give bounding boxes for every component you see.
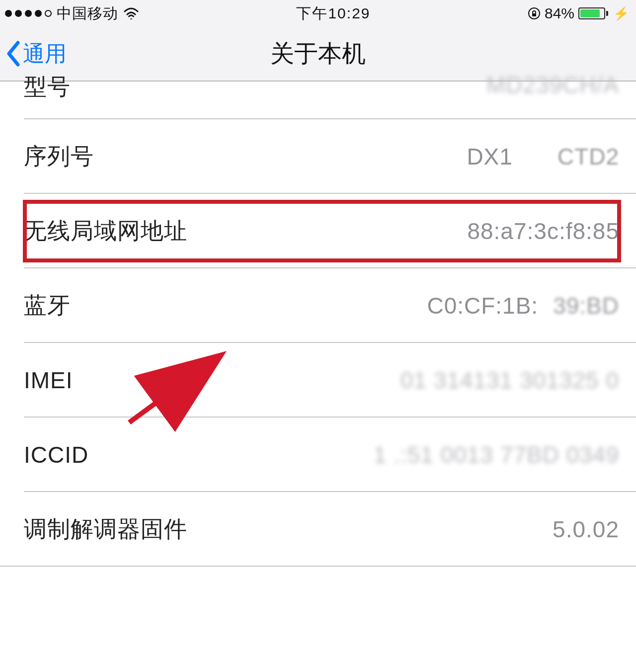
wifi-icon: [123, 7, 139, 19]
back-label: 通用: [23, 39, 67, 69]
row-modem-firmware[interactable]: 调制解调器固件 5.0.02: [0, 492, 636, 567]
battery-percentage: 84%: [545, 5, 574, 22]
status-right: 84% ⚡: [528, 5, 629, 22]
charging-icon: ⚡: [613, 6, 629, 21]
row-label: 调制解调器固件: [24, 514, 187, 545]
row-label: ICCID: [24, 441, 88, 468]
about-list: 型号 MD239CH/A 序列号 DX1CTD2 无线局域网地址 88:a7:3…: [0, 82, 636, 672]
row-iccid[interactable]: ICCID 1 .:51 0013 77BD 0349: [0, 418, 636, 492]
row-model[interactable]: 型号 MD239CH/A: [0, 82, 636, 119]
row-label: 蓝牙: [24, 290, 71, 321]
battery-fill: [580, 9, 600, 17]
row-value: DX1CTD2: [467, 143, 619, 170]
row-label: IMEI: [24, 367, 73, 394]
row-wlan-address[interactable]: 无线局域网地址 88:a7:3c:f8:85: [0, 194, 636, 268]
carrier-label: 中国移动: [57, 3, 118, 24]
status-bar: 中国移动 下午10:29 84%: [0, 0, 636, 27]
row-label: 序列号: [24, 141, 94, 172]
battery-icon: [578, 7, 608, 19]
row-label: 无线局域网地址: [24, 216, 187, 247]
status-time: 下午10:29: [296, 3, 370, 24]
page-title: 关于本机: [0, 38, 636, 70]
row-value: 88:a7:3c:f8:85: [467, 218, 619, 245]
status-left: 中国移动: [5, 3, 139, 24]
row-label: 型号: [24, 72, 71, 102]
row-value: 01 314131 301325 0: [400, 367, 619, 394]
row-bluetooth[interactable]: 蓝牙 C0:CF:1B:39:BD: [0, 268, 636, 343]
orientation-lock-icon: [528, 7, 541, 20]
row-value: 5.0.02: [553, 516, 619, 543]
row-imei[interactable]: IMEI 01 314131 301325 0: [0, 343, 636, 418]
row-value: C0:CF:1B:39:BD: [427, 292, 619, 319]
signal-strength-icon: [5, 10, 52, 17]
row-serial[interactable]: 序列号 DX1CTD2: [0, 119, 636, 194]
svg-rect-1: [532, 13, 536, 16]
chevron-left-icon: [6, 41, 21, 67]
row-value: 1 .:51 0013 77BD 0349: [374, 441, 619, 468]
back-button[interactable]: 通用: [0, 39, 67, 69]
row-value: MD239CH/A: [486, 72, 619, 98]
